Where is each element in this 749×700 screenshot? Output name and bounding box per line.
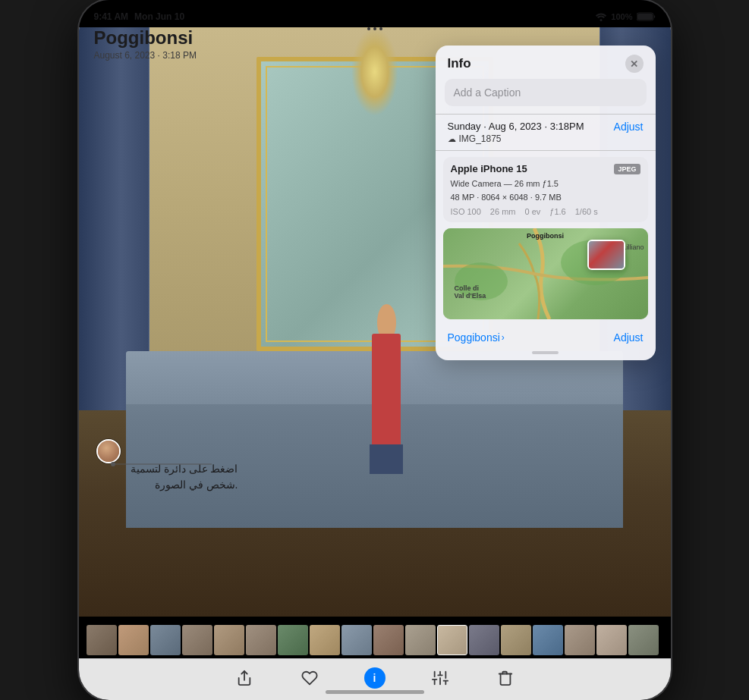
trash-icon xyxy=(497,670,514,686)
scroll-bar xyxy=(532,351,559,354)
thumbnail-img xyxy=(589,241,624,268)
chevron-right-icon: › xyxy=(502,332,505,343)
map-label-colle: Colle di Val d'Elsa xyxy=(455,284,486,301)
thumbnail-item[interactable] xyxy=(469,625,499,655)
share-icon xyxy=(236,670,253,686)
aperture-spec: ƒ1.6 xyxy=(549,207,565,216)
photo-title: Poggibonsi xyxy=(94,27,197,49)
format-badge: JPEG xyxy=(614,164,640,174)
thumbnail-item[interactable] xyxy=(310,625,340,655)
specs-row: ISO 100 26 mm 0 ev ƒ1.6 1/60 s xyxy=(451,207,640,216)
callout-line xyxy=(90,453,212,476)
thumbnail-item[interactable] xyxy=(437,625,467,655)
caption-input[interactable]: Add a Caption xyxy=(445,79,647,106)
adjust-button[interactable] xyxy=(426,664,454,692)
camera-section: Apple iPhone 15 JPEG Wide Camera — 26 mm… xyxy=(443,157,648,222)
focal-spec: 26 mm xyxy=(490,207,516,216)
date-adjust-button[interactable]: Adjust xyxy=(614,121,644,133)
thumbnail-item[interactable] xyxy=(278,625,308,655)
person xyxy=(363,304,410,451)
iso-spec: ISO 100 xyxy=(451,207,481,216)
date-info-left: Sunday · Aug 6, 2023 · 3:18PM ☁ IMG_1875 xyxy=(448,121,614,144)
filename-label: IMG_1875 xyxy=(459,133,502,144)
thumbnail-item[interactable] xyxy=(596,625,627,655)
status-date: Mon Jun 10 xyxy=(134,11,184,22)
date-line: Sunday · Aug 6, 2023 · 3:18PM xyxy=(448,121,614,132)
delete-button[interactable] xyxy=(492,664,519,692)
info-close-button[interactable]: ✕ xyxy=(625,55,644,73)
status-right: 100% xyxy=(595,12,655,21)
heart-icon xyxy=(301,670,318,686)
shutter-spec: 1/60 s xyxy=(575,207,598,216)
svg-point-4 xyxy=(111,462,115,466)
person-legs xyxy=(370,444,403,474)
thumbnail-item[interactable] xyxy=(405,625,436,655)
svg-point-0 xyxy=(600,19,603,21)
map-section[interactable]: Poggibonsi Colle di Val d'Elsa Lilliano xyxy=(443,228,648,319)
thumbnail-item[interactable] xyxy=(533,625,563,655)
thumbnail-item[interactable] xyxy=(118,625,149,655)
location-adjust-button[interactable]: Adjust xyxy=(614,331,644,344)
battery-label: 100% xyxy=(611,12,632,21)
ipad-screen: 9:41 AM Mon Jun 10 100% xyxy=(79,0,671,700)
thumbnail-item[interactable] xyxy=(182,625,212,655)
resolution-info: 48 MP · 8064 × 6048 · 9.7 MB xyxy=(451,191,640,205)
thumbnail-item[interactable] xyxy=(628,625,659,655)
dot-1 xyxy=(367,27,370,30)
photo-date: August 6, 2023 · 3:18 PM xyxy=(94,50,197,61)
wifi-icon xyxy=(595,13,607,21)
info-icon-label: i xyxy=(373,672,376,684)
thumbnail-item[interactable] xyxy=(501,625,531,655)
dot-3 xyxy=(379,27,382,30)
dot-2 xyxy=(373,27,376,30)
battery-icon xyxy=(637,12,656,21)
cloud-icon: ☁ xyxy=(448,134,456,144)
person-body xyxy=(372,334,400,451)
svg-rect-2 xyxy=(637,14,653,20)
favorite-button[interactable] xyxy=(296,664,323,692)
share-button[interactable] xyxy=(231,664,258,692)
map-background: Poggibonsi Colle di Val d'Elsa Lilliano xyxy=(443,228,648,319)
camera-header: Apple iPhone 15 JPEG xyxy=(451,163,640,174)
three-dots-menu[interactable] xyxy=(367,27,382,30)
map-label-lilliano: Lilliano xyxy=(622,243,644,251)
scroll-indicator xyxy=(436,348,656,360)
spacer-1 xyxy=(436,151,656,157)
info-title: Info xyxy=(448,56,471,71)
info-icon-bg: i xyxy=(364,667,386,689)
thumbnail-item[interactable] xyxy=(373,625,404,655)
date-row: Sunday · Aug 6, 2023 · 3:18PM ☁ IMG_1875… xyxy=(436,115,656,150)
map-footer: Poggibonsi › Adjust xyxy=(436,327,656,348)
location-link[interactable]: Poggibonsi › xyxy=(448,331,505,344)
thumbnail-item[interactable] xyxy=(341,625,372,655)
filename-row: ☁ IMG_1875 xyxy=(448,133,614,144)
map-label-poggibonsi: Poggibonsi xyxy=(527,232,564,240)
status-bar: 9:41 AM Mon Jun 10 100% xyxy=(79,0,671,27)
ipad-frame: 9:41 AM Mon Jun 10 100% xyxy=(79,0,671,700)
thumbnail-strip[interactable] xyxy=(79,622,671,658)
home-indicator xyxy=(326,690,424,694)
sliders-icon xyxy=(432,670,448,686)
info-button[interactable]: i xyxy=(361,664,389,692)
map-thumbnail xyxy=(587,240,625,270)
info-header: Info ✕ xyxy=(436,46,656,79)
photo-header: Poggibonsi August 6, 2023 · 3:18 PM xyxy=(94,27,197,61)
camera-model: Apple iPhone 15 xyxy=(451,163,527,174)
status-time: 9:41 AM xyxy=(94,11,129,22)
thumbnail-item[interactable] xyxy=(150,625,181,655)
thumbnail-item[interactable] xyxy=(214,625,244,655)
lens-info: Wide Camera — 26 mm ƒ1.5 xyxy=(451,177,640,191)
thumbnail-item[interactable] xyxy=(565,625,595,655)
location-name: Poggibonsi xyxy=(448,331,500,344)
info-panel: Info ✕ Add a Caption Sunday · Aug 6, 202… xyxy=(436,46,656,360)
thumbnail-item[interactable] xyxy=(87,625,117,655)
exposure-spec: 0 ev xyxy=(524,207,540,216)
chandelier xyxy=(351,27,398,116)
thumbnail-item[interactable] xyxy=(246,625,276,655)
